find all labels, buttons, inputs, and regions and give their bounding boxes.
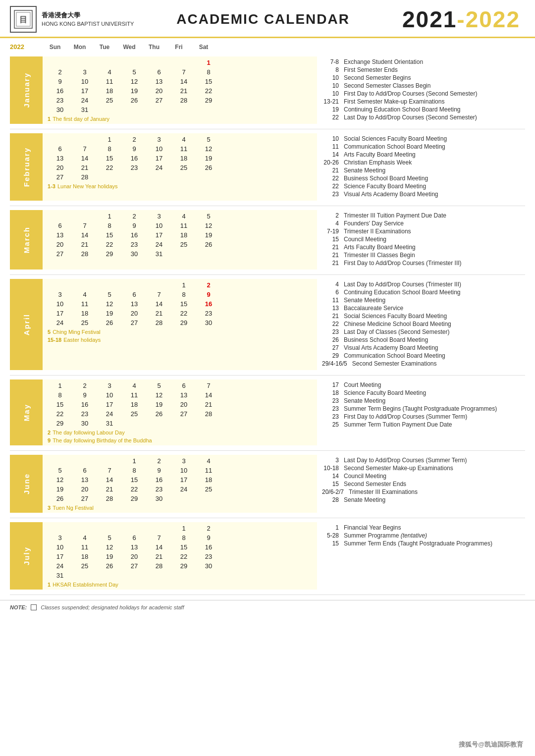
cal-cell: 10 [97,391,122,399]
cal-row: 24252627282930 [48,562,313,570]
cal-cell: 12 [97,300,122,308]
cal-cell: 25 [196,485,221,493]
month-name-february: February [22,147,31,187]
cal-cell: 5 [147,381,171,390]
cal-cell: 20 [48,240,72,249]
cal-cell: 28 [72,250,97,258]
cal-cell: 12 [196,145,221,153]
cal-cell: 11 [171,145,196,153]
cal-cell: 8 [97,145,122,153]
day-sun: Sun [43,44,67,51]
event-row: 26Business School Board Meeting [322,336,520,343]
cal-cell: 26 [97,562,122,570]
month-name-april: April [22,314,31,335]
cal-row: 12 [48,281,313,289]
event-text: Council Meeting [344,236,520,243]
cal-cell: 27 [147,96,171,105]
cal-cell [171,571,196,580]
cal-cell: 7 [147,534,171,542]
cal-cell [72,571,97,580]
calendar-grid-april: 1234567891011121314151617181920212223242… [48,281,313,327]
cal-row: 2728 [48,173,313,181]
event-text: First Semester Make-up Examinations [344,98,520,105]
event-text: Continuing Education School Board Meetin… [344,289,520,296]
cal-cell [97,524,122,533]
event-date: 10 [322,74,344,81]
cal-cell [72,58,97,67]
cal-cell: 27 [72,494,97,503]
cal-cell [97,106,122,114]
cal-cell: 7 [72,145,97,153]
cal-cell: 17 [48,309,72,318]
event-date: 14 [322,151,344,158]
cal-cell [48,135,72,144]
cal-cell [171,173,196,181]
events-col-june: 3Last Day to Add/Drop Courses (Summer Te… [317,455,525,513]
cal-cell: 19 [97,309,122,318]
cal-cell: 5 [196,212,221,220]
cal-cell: 19 [196,231,221,239]
boxed-date: 20 [131,310,138,317]
day-mon: Mon [67,44,92,51]
cal-cell: 6 [147,68,171,76]
month-label-col-february: February [10,133,43,201]
cal-cell: 27 [48,250,72,258]
cal-cell: 11 [72,543,97,551]
cal-row: 2728293031 [48,250,313,258]
event-row: 29Communication School Board Meeting [322,352,520,359]
cal-cell: 27 [171,410,196,418]
cal-row: 17181920212223 [48,309,313,318]
cal-cell [196,173,221,181]
event-date: 2 [322,212,344,219]
cal-cell: 15 [48,400,72,409]
cal-cell: 24 [171,485,196,493]
cal-cell [196,419,221,428]
cal-cell: 27 [122,562,147,570]
month-section-july: July123456789101112131415161718192021222… [10,518,525,595]
cal-cell: 22 [196,87,221,95]
event-date: 15 [322,481,344,487]
cal-cell: 8 [171,534,196,542]
cal-cell: 23 [196,552,221,561]
month-body-june: 1234567891011121314151617181920212223242… [43,455,317,513]
cal-row: 17181920212223 [48,552,313,561]
cal-cell: 13 [48,154,72,162]
event-text: Last Day to Add/Drop Courses (Trimester … [344,281,520,288]
cal-cell: 22 [48,410,72,418]
footer-note-label: NOTE: [10,604,27,610]
month-section-february: February12345678910111213141516171819202… [10,129,525,206]
year-area: 2021-2022 [392,6,520,33]
event-text: Visual Arts Academy Board Meeting [344,191,520,198]
event-row: 20/6-2/7Trimester III Examinations [322,488,520,495]
event-date: 29/4-16/5 [322,360,352,367]
cal-cell: 17 [72,87,97,95]
events-col-february: 10Social Sciences Faculty Board Meeting1… [317,133,525,201]
event-text: Founders' Day Service [344,220,520,227]
cal-cell [147,106,171,114]
cal-cell [147,173,171,181]
cal-cell: 12 [97,543,122,551]
cal-cell: 21 [147,309,171,318]
cal-cell: 15 [196,77,221,86]
cal-note: 2The day following Labour Day [48,430,313,435]
cal-cell [97,571,122,580]
cal-cell: 1 [97,135,122,144]
cal-cell: 15 [97,154,122,162]
cal-cell: 7 [171,68,196,76]
month-body-february: 1234567891011121314151617181920212223242… [43,133,317,201]
cal-row: 1 [48,58,313,67]
cal-cell: 8 [48,391,72,399]
cal-cell: 3 [97,381,122,390]
event-date: 10-18 [322,465,344,472]
cal-cell: 20 [122,309,147,318]
cal-cell [122,571,147,580]
event-row: 29/4-16/5Second Semester Examinations [322,360,520,367]
event-row: 27Visual Arts Academy Board Meeting [322,344,520,351]
cal-note: 1HKSAR Establishment Day [48,582,313,588]
cal-cell [171,106,196,114]
cal-note: 5Ching Ming Festival [48,329,313,335]
cal-row: 13141516171819 [48,231,313,239]
cal-cell [72,281,97,289]
cal-cell: 29 [171,319,196,327]
cal-cell: 23 [147,485,171,493]
